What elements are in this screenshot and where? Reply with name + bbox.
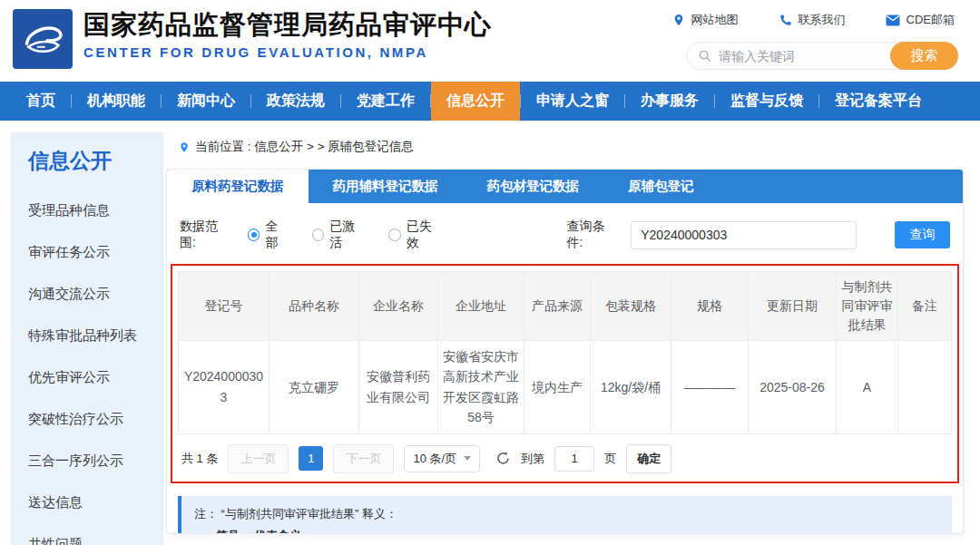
query-condition-label: 查询条件: (566, 219, 620, 251)
sidebar-item-priority-review[interactable]: 优先审评公示 (28, 369, 154, 386)
phone-icon (779, 14, 792, 27)
nav-item-info-disclosure[interactable]: 信息公开 (431, 82, 520, 121)
nav-item-applicant-window[interactable]: 申请人之窗 (521, 82, 624, 121)
query-button[interactable]: 查询 (895, 221, 950, 248)
data-scope-radio-group: 全部 已激活 已失效 (248, 219, 466, 251)
radio-expired-icon[interactable] (388, 229, 401, 241)
chevron-down-icon (464, 456, 471, 461)
search-button[interactable]: 搜索 (890, 42, 958, 70)
nav-item-services[interactable]: 办事服务 (625, 82, 714, 121)
highlight-box: 登记号 品种名称 企业名称 企业地址 产品来源 包装规格 规格 更新日期 与制剂… (171, 264, 959, 483)
site-title: 国家药品监督管理局药品审评中心 (83, 10, 492, 40)
registration-table: 登记号 品种名称 企业名称 企业地址 产品来源 包装规格 规格 更新日期 与制剂… (178, 271, 952, 434)
goto-page-input[interactable] (554, 446, 594, 472)
filter-row: 数据范围: 全部 已激活 已失效 查询条件: 查询 (180, 219, 950, 251)
cell-product-name: 克立硼罗 (270, 341, 359, 434)
nav-item-functions[interactable]: 机构职能 (72, 82, 161, 121)
nav-item-policy[interactable]: 政策法规 (251, 82, 340, 121)
note-symbol-header: 符号 (214, 525, 241, 534)
nav-item-registration-platform[interactable]: 登记备案平台 (819, 82, 937, 121)
sidebar: 信息公开 受理品种信息 审评任务公示 沟通交流公示 特殊审批品种列表 优先审评公… (11, 132, 163, 545)
quick-links: 网站地图 联系我们 CDE邮箱 (672, 12, 955, 28)
site-header: 国家药品监督管理局药品审评中心 CENTER FOR DRUG EVALUATI… (0, 0, 980, 82)
cell-spec: ———— (671, 341, 749, 434)
note-line1: 注： “与制剂共同审评审批结果” 释义： (194, 503, 939, 525)
page-size-select[interactable]: 10 条/页 (404, 445, 480, 472)
cell-packaging-spec: 12kg/袋/桶 (591, 341, 671, 434)
cde-logo (13, 9, 73, 69)
refresh-icon[interactable] (495, 451, 511, 466)
page-size-value: 10 条/页 (413, 451, 456, 467)
col-registration-no: 登记号 (179, 272, 270, 341)
radio-activated-icon[interactable] (312, 229, 325, 241)
content-card: 原料药登记数据 药用辅料登记数据 药包材登记数据 原辅包登记 数据范围: 全部 … (166, 169, 964, 534)
pagination-total: 共 1 条 (181, 451, 218, 467)
radio-all[interactable]: 全部 (248, 219, 290, 251)
next-page-button[interactable]: 下一页 (333, 444, 394, 473)
search-icon (698, 49, 711, 63)
cell-registration-no: Y20240000303 (179, 341, 270, 434)
sitemap-link[interactable]: 网站地图 (672, 12, 739, 28)
col-product-source: 产品来源 (524, 272, 591, 341)
site-title-block: 国家药品监督管理局药品审评中心 CENTER FOR DRUG EVALUATI… (83, 10, 492, 60)
main-nav: 首页 机构职能 新闻中心 政策法规 党建工作 信息公开 申请人之窗 办事服务 监… (0, 82, 980, 121)
tab-api-registration-data[interactable]: 原料药登记数据 (167, 170, 309, 203)
col-joint-review-result: 与制剂共同审评审批结果 (837, 272, 898, 341)
radio-expired[interactable]: 已失效 (388, 219, 443, 251)
search-input[interactable] (711, 43, 890, 69)
tab-packaging-registration-data[interactable]: 药包材登记数据 (463, 170, 604, 203)
radio-expired-label: 已失效 (407, 219, 444, 251)
table-row: Y20240000303 克立硼罗 安徽普利药业有限公司 安徽省安庆市高新技术产… (179, 341, 952, 434)
cell-company-address: 安徽省安庆市高新技术产业开发区霞虹路58号 (438, 341, 524, 434)
mail-icon (886, 15, 900, 26)
sidebar-item-special-approval-list[interactable]: 特殊审批品种列表 (28, 327, 154, 345)
confirm-button[interactable]: 确定 (626, 444, 671, 473)
note-header-row: 符号 代表含义 (194, 525, 939, 534)
cde-mail-link[interactable]: CDE邮箱 (886, 12, 955, 28)
cde-mail-label: CDE邮箱 (906, 12, 955, 28)
sidebar-title: 信息公开 (28, 147, 154, 175)
query-condition-input[interactable] (631, 221, 857, 249)
col-spec: 规格 (671, 272, 749, 341)
breadcrumb: 当前位置 : 信息公开 > > 原辅包登记信息 (179, 139, 414, 155)
sidebar-item-review-tasks[interactable]: 审评任务公示 (28, 244, 154, 261)
nav-item-home[interactable]: 首页 (11, 82, 71, 121)
note-panel: 注： “与制剂共同审评审批结果” 释义： 符号 代表含义 A 已批准在上市制剂使… (178, 496, 952, 534)
contact-link[interactable]: 联系我们 (779, 12, 846, 28)
sidebar-item-three-in-one[interactable]: 三合一序列公示 (28, 453, 154, 470)
cde-logo-icon (17, 14, 68, 64)
tab-raw-aux-pack-registration[interactable]: 原辅包登记 (603, 170, 719, 203)
goto-page-unit: 页 (604, 451, 616, 467)
nav-item-party[interactable]: 党建工作 (341, 82, 430, 121)
contact-label: 联系我们 (799, 12, 846, 28)
breadcrumb-pin-icon (179, 141, 190, 154)
nav-item-news[interactable]: 新闻中心 (162, 82, 250, 121)
col-company-address: 企业地址 (438, 272, 524, 341)
col-update-date: 更新日期 (749, 272, 837, 341)
current-page-button[interactable]: 1 (299, 446, 323, 471)
goto-page-label: 到第 (521, 451, 544, 467)
data-scope-label: 数据范围: (180, 219, 233, 251)
sidebar-item-common-issues[interactable]: 共性问题 (28, 536, 154, 545)
sidebar-item-accepted-products[interactable]: 受理品种信息 (28, 202, 154, 219)
cell-product-source: 境内生产 (524, 341, 591, 434)
sidebar-item-delivery-info[interactable]: 送达信息 (28, 494, 154, 511)
prev-page-button[interactable]: 上一页 (228, 444, 289, 473)
col-remarks: 备注 (898, 272, 952, 341)
sidebar-item-breakthrough-therapy[interactable]: 突破性治疗公示 (28, 411, 154, 428)
col-product-name: 品种名称 (270, 272, 359, 341)
search-bar: 搜索 (686, 42, 958, 70)
breadcrumb-text: 当前位置 : 信息公开 > > 原辅包登记信息 (195, 139, 414, 155)
nav-item-supervision[interactable]: 监督与反馈 (715, 82, 818, 121)
tab-excipient-registration-data[interactable]: 药用辅料登记数据 (309, 170, 463, 203)
radio-all-icon[interactable] (248, 229, 260, 241)
site-subtitle: CENTER FOR DRUG EVALUATION, NMPA (83, 44, 492, 60)
radio-activated[interactable]: 已激活 (312, 219, 367, 251)
cell-remarks (898, 341, 952, 434)
cell-joint-review-result: A (837, 341, 898, 434)
location-pin-icon (672, 13, 685, 27)
col-packaging-spec: 包装规格 (591, 272, 671, 341)
sitemap-label: 网站地图 (691, 12, 739, 28)
radio-activated-label: 已激活 (329, 219, 367, 251)
sidebar-item-communication[interactable]: 沟通交流公示 (28, 286, 154, 303)
